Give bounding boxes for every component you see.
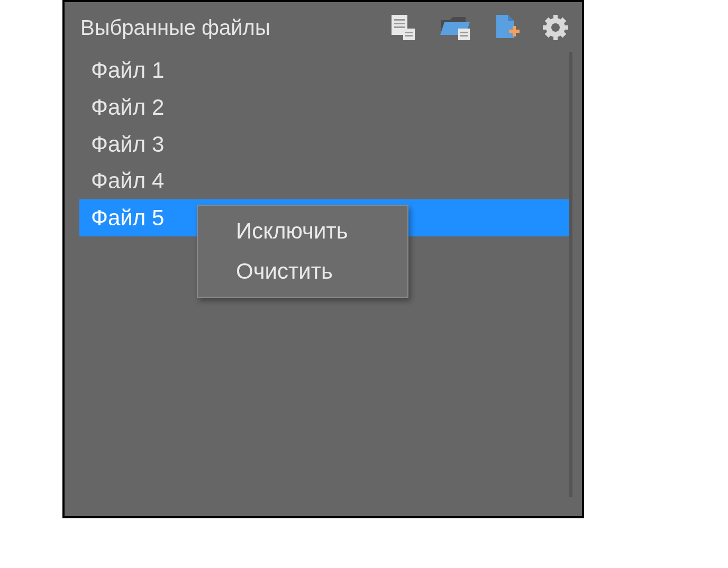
open-folder-icon xyxy=(439,13,471,42)
svg-point-25 xyxy=(551,23,560,32)
svg-marker-12 xyxy=(496,15,514,38)
open-folder-button[interactable] xyxy=(439,13,471,42)
file-list-icon xyxy=(387,13,417,42)
svg-rect-10 xyxy=(460,32,468,33)
add-file-button[interactable] xyxy=(493,13,520,42)
context-menu-item-clear[interactable]: Очистить xyxy=(198,251,407,291)
file-list-container: Файл 1Файл 2Файл 3Файл 4Файл 5 Исключить… xyxy=(74,52,572,497)
panel-header: Выбранные файлы xyxy=(65,2,582,52)
svg-marker-13 xyxy=(508,15,514,21)
svg-rect-19 xyxy=(543,25,548,30)
svg-rect-9 xyxy=(458,29,470,40)
svg-rect-2 xyxy=(394,23,405,24)
selected-files-panel: Выбранные файлы xyxy=(62,0,584,518)
svg-rect-3 xyxy=(394,26,405,28)
file-list-item[interactable]: Файл 4 xyxy=(79,162,569,199)
panel-title: Выбранные файлы xyxy=(80,16,270,40)
svg-rect-5 xyxy=(405,32,413,33)
panel-toolbar xyxy=(387,13,569,42)
file-list-button[interactable] xyxy=(387,13,417,42)
gear-icon xyxy=(542,14,569,41)
context-menu: Исключить Очистить xyxy=(197,205,408,298)
svg-rect-18 xyxy=(553,35,558,40)
svg-rect-15 xyxy=(513,26,516,36)
svg-rect-11 xyxy=(460,35,468,36)
svg-rect-20 xyxy=(563,25,568,30)
svg-rect-6 xyxy=(405,35,413,36)
svg-rect-4 xyxy=(403,29,415,40)
svg-rect-1 xyxy=(394,19,405,21)
svg-rect-17 xyxy=(553,15,558,20)
file-list-item[interactable]: Файл 2 xyxy=(79,89,569,126)
file-list-item[interactable]: Файл 1 xyxy=(79,52,569,89)
add-file-icon xyxy=(493,13,520,42)
context-menu-item-exclude[interactable]: Исключить xyxy=(198,211,407,251)
file-list-item[interactable]: Файл 3 xyxy=(79,126,569,163)
scrollbar[interactable] xyxy=(569,52,572,497)
settings-button[interactable] xyxy=(542,14,569,41)
